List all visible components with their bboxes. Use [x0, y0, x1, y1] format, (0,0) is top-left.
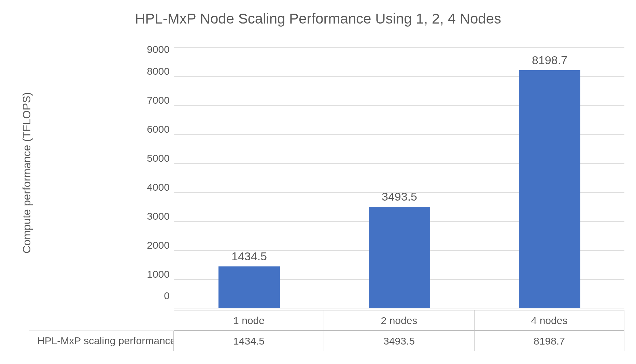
data-table-header-row: 1 node 2 nodes 4 nodes	[29, 310, 624, 331]
y-tick-2000: 2000	[136, 231, 174, 260]
y-tick-8000: 8000	[136, 57, 174, 86]
category-label-4-nodes: 4 nodes	[474, 310, 624, 331]
y-tick-5000: 5000	[136, 144, 174, 173]
y-tick-0: 0	[136, 289, 174, 303]
bar-slot-4-nodes: 8198.7	[475, 47, 625, 308]
plot-area: 1434.5 3493.5 8198.7	[174, 47, 624, 308]
y-axis-title: Compute performance (TFLOPS)	[17, 47, 37, 298]
y-tick-1000: 1000	[136, 260, 174, 289]
y-tick-3000: 3000	[136, 202, 174, 231]
chart-title: HPL-MxP Node Scaling Performance Using 1…	[3, 11, 633, 27]
bar-1-node	[218, 266, 280, 308]
y-tick-4000: 4000	[136, 173, 174, 202]
bar-2-nodes	[369, 207, 430, 308]
bar-value-2-nodes: 3493.5	[382, 190, 417, 203]
category-label-1-node: 1 node	[174, 310, 324, 331]
series-value-1-node: 1434.5	[174, 331, 324, 351]
series-value-4-nodes: 8198.7	[474, 331, 624, 351]
data-table-blank-corner	[29, 310, 174, 331]
series-name-cell: HPL-MxP scaling performance	[29, 331, 174, 351]
bar-slot-2-nodes: 3493.5	[324, 47, 475, 308]
data-table: 1 node 2 nodes 4 nodes HPL-MxP scaling p…	[29, 310, 624, 351]
series-name-text: HPL-MxP scaling performance	[37, 331, 174, 351]
y-tick-labels: 9000 8000 7000 6000 5000 4000 3000 2000 …	[136, 42, 174, 303]
chart-frame: HPL-MxP Node Scaling Performance Using 1…	[3, 3, 633, 361]
data-table-series-row: HPL-MxP scaling performance 1434.5 3493.…	[29, 331, 624, 351]
y-tick-7000: 7000	[136, 86, 174, 115]
series-value-2-nodes: 3493.5	[324, 331, 474, 351]
bar-slot-1-node: 1434.5	[174, 47, 324, 308]
bar-4-nodes	[519, 70, 580, 308]
y-axis-title-text: Compute performance (TFLOPS)	[21, 92, 33, 253]
category-label-2-nodes: 2 nodes	[324, 310, 474, 331]
bar-value-4-nodes: 8198.7	[532, 54, 567, 67]
y-tick-6000: 6000	[136, 115, 174, 144]
y-tick-9000: 9000	[136, 42, 174, 57]
bar-value-1-node: 1434.5	[231, 250, 267, 263]
